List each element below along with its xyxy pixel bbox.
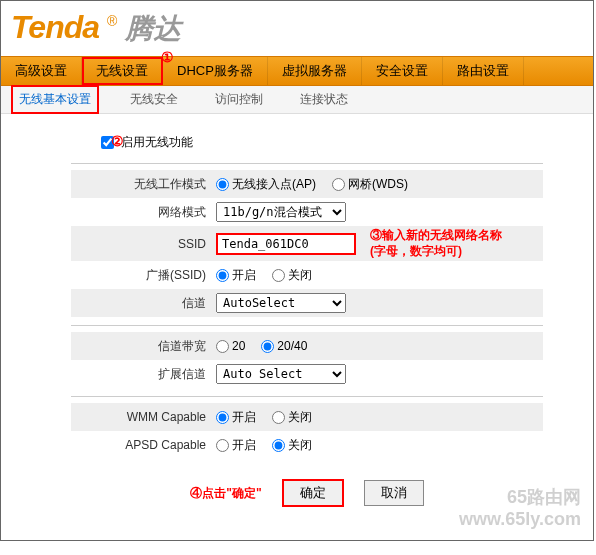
subnav-access[interactable]: 访问控制: [209, 87, 269, 112]
row-bandwidth: 信道带宽 20 20/40: [71, 332, 543, 360]
ext-channel-select[interactable]: Auto Select: [216, 364, 346, 384]
enable-wireless-text: 启用无线功能: [121, 135, 193, 149]
sub-nav: 无线基本设置 无线安全 访问控制 连接状态: [1, 86, 593, 114]
button-row: ④点击"确定" 确定 取消: [71, 467, 543, 525]
bandwidth-label: 信道带宽: [71, 338, 216, 355]
wmm-on[interactable]: 开启: [216, 409, 256, 426]
logo-cn: 腾达: [125, 10, 181, 48]
wmm-on-radio[interactable]: [216, 411, 229, 424]
row-apsd: APSD Capable 开启 关闭: [71, 431, 543, 459]
broadcast-off[interactable]: 关闭: [272, 267, 312, 284]
channel-label: 信道: [71, 295, 216, 312]
bw-20-radio[interactable]: [216, 340, 229, 353]
annotation-4: ④点击"确定": [190, 485, 261, 502]
content: 启用无线功能 无线工作模式 无线接入点(AP) 网桥(WDS) 网络模式 11b…: [1, 114, 593, 540]
apsd-off-radio[interactable]: [272, 439, 285, 452]
nav-advanced[interactable]: 高级设置: [1, 57, 82, 85]
row-broadcast: 广播(SSID) 开启 关闭: [71, 261, 543, 289]
section-2: 信道带宽 20 20/40 扩展信道 Auto Select: [71, 325, 543, 388]
row-channel: 信道 AutoSelect: [71, 289, 543, 317]
row-wmm: WMM Capable 开启 关闭: [71, 403, 543, 431]
work-mode-ap-radio[interactable]: [216, 178, 229, 191]
apsd-label: APSD Capable: [71, 438, 216, 452]
row-ssid: SSID ③输入新的无线网络名称 (字母，数字均可): [71, 226, 543, 261]
work-mode-ap[interactable]: 无线接入点(AP): [216, 176, 316, 193]
header: Tenda ® 腾达: [1, 1, 593, 56]
wmm-label: WMM Capable: [71, 410, 216, 424]
apsd-on-radio[interactable]: [216, 439, 229, 452]
bw-2040[interactable]: 20/40: [261, 339, 307, 353]
row-ext-channel: 扩展信道 Auto Select: [71, 360, 543, 388]
annotation-2: ②: [111, 133, 124, 149]
apsd-on[interactable]: 开启: [216, 437, 256, 454]
net-mode-label: 网络模式: [71, 204, 216, 221]
net-mode-select[interactable]: 11b/g/n混合模式: [216, 202, 346, 222]
broadcast-on-radio[interactable]: [216, 269, 229, 282]
ssid-input[interactable]: [216, 233, 356, 255]
section-3: WMM Capable 开启 关闭 APSD Capable 开启 关闭: [71, 396, 543, 459]
row-net-mode: 网络模式 11b/g/n混合模式: [71, 198, 543, 226]
section-1: 无线工作模式 无线接入点(AP) 网桥(WDS) 网络模式 11b/g/n混合模…: [71, 163, 543, 317]
subnav-security[interactable]: 无线安全: [124, 87, 184, 112]
bw-2040-radio[interactable]: [261, 340, 274, 353]
annotation-3: ③输入新的无线网络名称 (字母，数字均可): [370, 228, 502, 259]
row-work-mode: 无线工作模式 无线接入点(AP) 网桥(WDS): [71, 170, 543, 198]
ext-channel-label: 扩展信道: [71, 366, 216, 383]
ssid-label: SSID: [71, 237, 216, 251]
work-mode-wds-radio[interactable]: [332, 178, 345, 191]
nav-security[interactable]: 安全设置: [362, 57, 443, 85]
main-nav: 高级设置 无线设置 DHCP服务器 虚拟服务器 安全设置 路由设置: [1, 56, 593, 86]
logo-text: Tenda: [11, 9, 99, 46]
nav-wireless[interactable]: 无线设置: [82, 57, 163, 85]
work-mode-wds[interactable]: 网桥(WDS): [332, 176, 408, 193]
broadcast-label: 广播(SSID): [71, 267, 216, 284]
nav-dhcp[interactable]: DHCP服务器: [163, 57, 268, 85]
subnav-basic[interactable]: 无线基本设置: [11, 85, 99, 114]
logo-reg: ®: [107, 13, 117, 29]
enable-wireless-row: 启用无线功能: [71, 134, 543, 151]
wmm-off[interactable]: 关闭: [272, 409, 312, 426]
cancel-button[interactable]: 取消: [364, 480, 424, 506]
broadcast-off-radio[interactable]: [272, 269, 285, 282]
broadcast-on[interactable]: 开启: [216, 267, 256, 284]
ok-button[interactable]: 确定: [282, 479, 344, 507]
work-mode-label: 无线工作模式: [71, 176, 216, 193]
apsd-off[interactable]: 关闭: [272, 437, 312, 454]
logo: Tenda ® 腾达: [11, 9, 181, 48]
subnav-status[interactable]: 连接状态: [294, 87, 354, 112]
channel-select[interactable]: AutoSelect: [216, 293, 346, 313]
wmm-off-radio[interactable]: [272, 411, 285, 424]
nav-virtual-server[interactable]: 虚拟服务器: [268, 57, 362, 85]
bw-20[interactable]: 20: [216, 339, 245, 353]
nav-routing[interactable]: 路由设置: [443, 57, 524, 85]
